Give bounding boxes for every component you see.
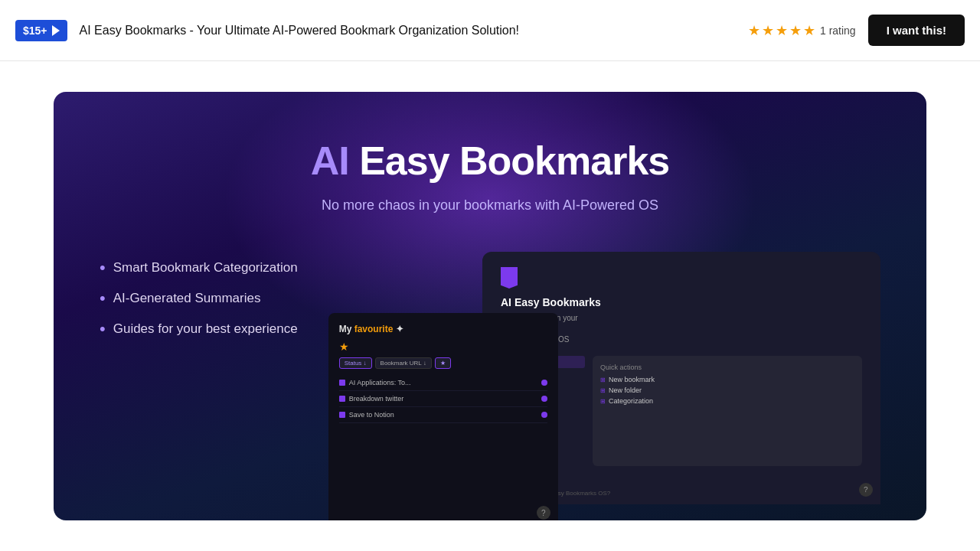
row-dot-1 bbox=[541, 380, 547, 386]
qa-item-3: Categorization bbox=[600, 397, 854, 405]
row-icon-2 bbox=[339, 396, 345, 402]
want-button[interactable]: I want this! bbox=[868, 15, 965, 46]
star-4: ★ bbox=[789, 22, 802, 39]
rating-count: 1 rating bbox=[820, 24, 856, 37]
qa-title: Quick actions bbox=[600, 364, 854, 371]
bookmark-row-2: Breakdown twitter bbox=[339, 391, 547, 407]
star-5: ★ bbox=[803, 22, 815, 39]
rating-area: ★ ★ ★ ★ ★ 1 rating bbox=[748, 22, 856, 39]
hero-content: AI Easy Bookmarks No more chaos in your … bbox=[100, 138, 880, 512]
row-icon-3 bbox=[339, 412, 345, 418]
bookmark-row-1: AI Applications: To... bbox=[339, 375, 547, 391]
price-badge[interactable]: $15+ bbox=[15, 20, 67, 41]
row-dot-3 bbox=[541, 412, 547, 418]
row-left-3: Save to Notion bbox=[339, 411, 394, 419]
mockup-front: My favourite ✦ ★ Status ↓ Bookmark URL ↓… bbox=[328, 313, 558, 520]
filter-status[interactable]: Status ↓ bbox=[339, 357, 372, 369]
hero-subtitle: No more chaos in your bookmarks with AI-… bbox=[100, 197, 880, 214]
row-icon-1 bbox=[339, 380, 345, 386]
qa-item-2: New folder bbox=[600, 386, 854, 394]
hero-title: AI Easy Bookmarks bbox=[100, 138, 880, 184]
star-rating: ★ ★ ★ ★ ★ bbox=[748, 22, 815, 39]
filter-row: Status ↓ Bookmark URL ↓ ★ bbox=[339, 357, 547, 369]
row-left-1: AI Applications: To... bbox=[339, 379, 411, 386]
star-1: ★ bbox=[748, 22, 760, 39]
hero-section: AI Easy Bookmarks No more chaos in your … bbox=[54, 92, 926, 520]
feature-item-3: Guides for your best experience bbox=[100, 321, 298, 337]
tagline-3-suffix: OS bbox=[556, 335, 569, 344]
row-left-2: Breakdown twitter bbox=[339, 395, 404, 403]
filter-star[interactable]: ★ bbox=[435, 357, 451, 369]
hero-body: Smart Bookmark Categorization AI-Generat… bbox=[100, 252, 880, 512]
hero-title-ai: AI bbox=[311, 139, 349, 183]
front-favourite-text: favourite bbox=[354, 324, 394, 334]
product-title: AI Easy Bookmarks - Your Ultimate AI-Pow… bbox=[80, 24, 736, 37]
mockup-container: AI Easy Bookmarks No more chaos in your … bbox=[328, 252, 880, 512]
mock-quick-actions: Quick actions New bookmark New folder Ca… bbox=[593, 356, 862, 466]
star-2: ★ bbox=[762, 22, 774, 39]
front-star: ★ bbox=[339, 341, 547, 353]
hero-title-rest: Easy Bookmarks bbox=[349, 139, 670, 183]
bookmark-icon bbox=[501, 267, 518, 289]
mock-app-name: AI Easy Bookmarks bbox=[501, 296, 862, 308]
feature-item-2: AI-Generated Summaries bbox=[100, 290, 298, 307]
price-label: $15+ bbox=[23, 24, 47, 37]
feature-item-1: Smart Bookmark Categorization bbox=[100, 259, 298, 276]
bookmark-row-3: Save to Notion bbox=[339, 407, 547, 423]
row-dot-2 bbox=[541, 396, 547, 402]
front-help-icon: ? bbox=[537, 506, 550, 520]
star-3: ★ bbox=[776, 22, 788, 39]
features-list: Smart Bookmark Categorization AI-Generat… bbox=[100, 252, 298, 351]
filter-url[interactable]: Bookmark URL ↓ bbox=[375, 357, 432, 369]
topbar: $15+ AI Easy Bookmarks - Your Ultimate A… bbox=[0, 0, 980, 61]
chevron-icon bbox=[52, 25, 60, 36]
qa-item-1: New bookmark bbox=[600, 376, 854, 383]
front-header: My favourite ✦ bbox=[339, 324, 547, 334]
help-icon: ? bbox=[859, 483, 873, 497]
